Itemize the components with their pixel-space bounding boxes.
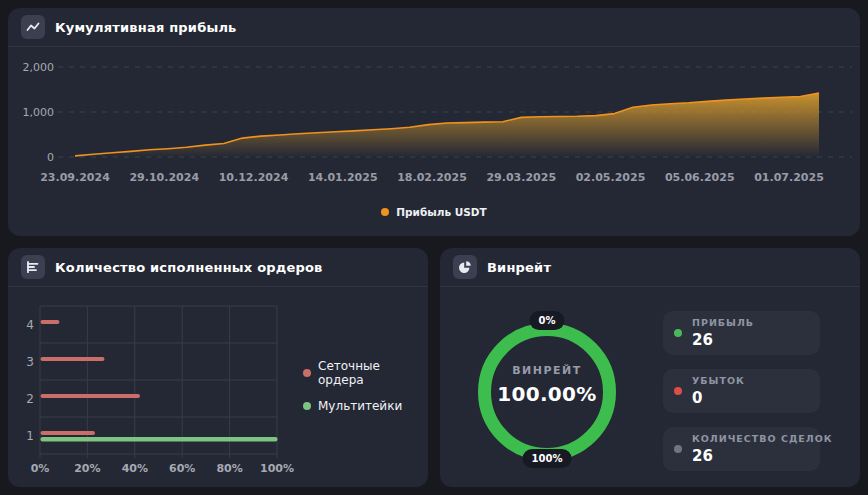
profit-dot [674,329,682,337]
x-axis-tick: 23.09.2024 [40,171,110,184]
loss-dot [674,387,682,395]
svg-text:2,000: 2,000 [23,61,55,74]
cumulative-chart-legend: Прибыль USDT [8,206,860,218]
winrate-center-label: ВИНРЕЙТ [467,364,627,377]
panel-title: Винрейт [487,260,551,275]
orders-chart-legend: Сеточные ордера Мультитейки [303,359,428,413]
x-axis-tick: 05.06.2025 [665,171,735,184]
winrate-min-badge: 0% [530,311,565,330]
legend-label: Сеточные ордера [318,359,428,387]
x-axis-tick: 18.02.2025 [397,171,467,184]
legend-item-profit-usdt[interactable]: Прибыль USDT [381,206,486,218]
cumulative-profit-chart[interactable]: 01,0002,000 [8,47,860,169]
legend-item-grid-orders[interactable]: Сеточные ордера [303,359,428,387]
svg-text:20%: 20% [74,462,100,475]
svg-text:3: 3 [26,355,34,369]
legend-label: Мультитейки [318,399,402,413]
stat-text: УБЫТОК 0 [692,375,745,407]
orders-chart-body: 0%20%40%60%80%100%4321 Сеточные ордера М… [8,287,428,487]
x-axis-tick: 01.07.2025 [754,171,824,184]
x-axis-date-labels: 23.09.202429.10.202410.12.202414.01.2025… [8,171,860,187]
winrate-max-badge: 100% [523,449,572,468]
x-axis-tick: 29.03.2025 [486,171,556,184]
svg-text:4: 4 [26,318,34,332]
legend-dot-orange [381,208,389,216]
stat-label: КОЛИЧЕСТВО СДЕЛОК [692,433,809,444]
svg-text:0: 0 [47,151,54,164]
winrate-panel: Винрейт ВИНРЕЙТ 100.00% 0% 100% ПРИБЫЛЬ [440,248,860,487]
stat-text: КОЛИЧЕСТВО СДЕЛОК 26 [692,433,809,465]
svg-text:1,000: 1,000 [23,106,55,119]
legend-dot-green [303,402,311,410]
stat-value: 26 [692,331,754,349]
pie-chart-icon [453,255,477,279]
x-axis-tick: 10.12.2024 [219,171,289,184]
x-axis-tick: 14.01.2025 [308,171,378,184]
svg-text:40%: 40% [122,462,148,475]
legend-item-multitakes[interactable]: Мультитейки [303,399,428,413]
legend-dot-salmon [303,369,311,377]
stat-label: ПРИБЫЛЬ [692,317,754,328]
winrate-header: Винрейт [440,248,860,287]
legend-label: Прибыль USDT [396,206,486,218]
x-axis-tick: 02.05.2025 [576,171,646,184]
cumulative-chart-body: 01,0002,000 23.09.202429.10.202410.12.20… [8,47,860,236]
trend-line-icon [21,15,45,39]
stat-value: 0 [692,389,745,407]
panel-title: Количество исполненных ордеров [55,260,323,275]
cumulative-profit-header: Кумулятивная прибыль [8,8,860,47]
winrate-center: ВИНРЕЙТ 100.00% [467,364,627,406]
horizontal-bars-icon [21,255,45,279]
winrate-center-value: 100.00% [467,382,627,406]
svg-text:0%: 0% [31,462,50,475]
winrate-donut[interactable]: ВИНРЕЙТ 100.00% 0% 100% [467,292,627,492]
total-trades-dot [674,445,682,453]
panel-title: Кумулятивная прибыль [55,20,237,35]
stat-label: УБЫТОК [692,375,745,386]
svg-text:1: 1 [26,429,34,443]
stat-card-total-trades: КОЛИЧЕСТВО СДЕЛОК 26 [663,427,820,471]
x-axis-tick: 29.10.2024 [129,171,199,184]
svg-text:2: 2 [26,392,34,406]
stat-text: ПРИБЫЛЬ 26 [692,317,754,349]
cumulative-profit-panel: Кумулятивная прибыль 01,0002,000 23.09.2… [8,8,860,236]
stat-card-loss: УБЫТОК 0 [663,369,820,413]
stat-card-profit: ПРИБЫЛЬ 26 [663,311,820,355]
executed-orders-panel: Количество исполненных ордеров 0%20%40%6… [8,248,428,487]
stat-value: 26 [692,447,809,465]
svg-text:80%: 80% [216,462,242,475]
svg-text:60%: 60% [169,462,195,475]
winrate-stats: ПРИБЫЛЬ 26 УБЫТОК 0 КОЛИЧЕСТВО СДЕЛОК [663,311,820,471]
executed-orders-header: Количество исполненных ордеров [8,248,428,287]
winrate-body: ВИНРЕЙТ 100.00% 0% 100% ПРИБЫЛЬ 26 [440,287,860,487]
svg-text:100%: 100% [260,462,294,475]
